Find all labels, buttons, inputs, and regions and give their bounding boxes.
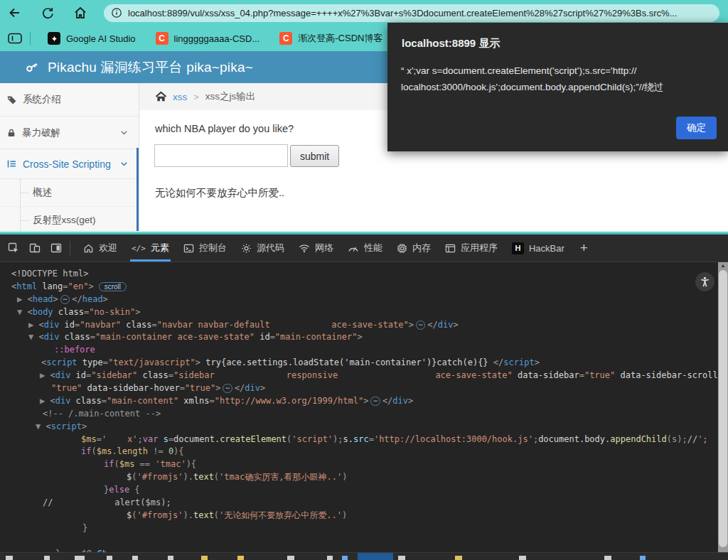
code-line[interactable]: <!DOCTYPE html>	[0, 268, 718, 281]
code-token: >	[196, 357, 200, 367]
code-line[interactable]	[0, 535, 718, 548]
expand-ellipsis-icon[interactable]: ⋯	[370, 397, 380, 406]
devtools-tab-应用程序[interactable]: 应用程序	[438, 235, 505, 262]
bookmark-item[interactable]: C渐次登高-CSDN博客	[269, 28, 392, 48]
breadcrumb-separator: >	[193, 92, 199, 102]
code-token: html	[16, 281, 37, 291]
code-token: >	[260, 383, 265, 393]
code-token: id	[70, 370, 86, 380]
memory-icon	[397, 243, 407, 254]
code-line[interactable]: ▶ <head>⋯</head>	[0, 294, 718, 306]
breadcrumb-home-icon[interactable]	[155, 91, 167, 103]
code-line[interactable]: $ms=' x';var s=document.createElement('s…	[0, 434, 718, 446]
code-token: ▼	[17, 307, 27, 317]
expand-ellipsis-icon[interactable]: ⋯	[60, 295, 70, 304]
code-token: <	[38, 332, 43, 342]
devtools-toolbar-icons	[3, 235, 67, 262]
devtools-scrollbar[interactable]: ▲	[718, 262, 728, 553]
url-text: localhost:8899/vul/xss/xss_04.php?messag…	[128, 8, 677, 18]
devtools-tab-源代码[interactable]: 源代码	[234, 235, 291, 262]
sidebar-panel-icon[interactable]	[4, 28, 26, 48]
inspect-button[interactable]	[3, 235, 24, 262]
code-line[interactable]: // alert($ms);	[0, 497, 718, 510]
csdn-icon: C	[279, 32, 292, 45]
code-token: document.	[173, 434, 220, 444]
sidebar-item-系统介绍[interactable]: 系统介绍	[0, 83, 139, 117]
code-line[interactable]: <!-- /.main-content -->	[0, 408, 718, 421]
code-token: >	[88, 281, 93, 291]
code-token: document.body.	[538, 434, 610, 444]
breadcrumb-link-xss[interactable]: xss	[173, 92, 187, 102]
expand-ellipsis-icon[interactable]: ⋯	[223, 384, 232, 393]
expand-ellipsis-icon[interactable]: ⋯	[416, 321, 425, 330]
code-line[interactable]: if($ms == 'tmac'){	[0, 458, 718, 471]
performance-icon	[348, 242, 359, 254]
devtools-tab-欢迎[interactable]: 欢迎	[76, 235, 124, 262]
new-tab-icon[interactable]: +	[572, 240, 596, 256]
devtools-tab-性能[interactable]: 性能	[341, 235, 390, 262]
site-info-icon[interactable]	[111, 7, 122, 18]
sidebar-item-暴力破解[interactable]: 暴力破解	[0, 117, 139, 149]
reload-icon[interactable]	[37, 2, 58, 23]
scrollbar-thumb[interactable]	[719, 270, 727, 547]
code-token: (s);	[667, 434, 687, 444]
code-line[interactable]: $('#fromjs').text('tmac确实厉害,看那小眼神..')	[0, 471, 718, 484]
code-token: ::before	[54, 345, 95, 355]
code-line[interactable]: ▶ <div id="navbar" class="navbar navbar-…	[0, 319, 718, 332]
code-token: </	[493, 357, 503, 367]
devtools-tab-内存[interactable]: 内存	[390, 235, 438, 262]
player-input[interactable]	[154, 144, 288, 167]
submit-button[interactable]: submit	[290, 145, 339, 167]
code-token: "text/javascript"	[108, 357, 196, 367]
sidebar-item-Cross-Site Scripting[interactable]: Cross-Site Scripting	[0, 149, 139, 179]
code-line[interactable]: <script type="text/javascript"> try{ace.…	[0, 357, 718, 370]
code-line[interactable]: <html lang="en">scroll	[0, 281, 718, 294]
code-token: head	[33, 294, 53, 304]
breadcrumb-selected-pill[interactable]	[358, 553, 393, 560]
device-toolbar-button[interactable]	[24, 235, 46, 262]
code-line[interactable]: ▼ <script>	[0, 421, 718, 434]
breadcrumb-mark	[75, 556, 85, 560]
devtools-tab-HackBar[interactable]: HHackBar	[505, 235, 572, 262]
code-token: =	[90, 332, 95, 342]
scrollbar-up-icon[interactable]: ▲	[718, 263, 728, 268]
code-token: }	[82, 523, 87, 533]
devtools-breadcrumb-bar[interactable]	[0, 552, 728, 560]
devtools-tab-网络[interactable]: 网络	[291, 235, 341, 262]
accessibility-icon[interactable]	[695, 272, 714, 291]
code-line[interactable]: ::before	[0, 344, 718, 357]
code-line[interactable]: $('#fromjs').text('无论如何不要放弃心中所爱..')	[0, 510, 718, 522]
dialog-ok-button[interactable]: 确定	[676, 117, 717, 139]
code-token: {	[129, 485, 139, 495]
code-token: .	[112, 446, 117, 456]
code-token: div	[245, 383, 260, 393]
code-token: )	[342, 472, 347, 482]
devtools-tab-元素[interactable]: </>元素	[124, 235, 176, 262]
bookmark-label: Google AI Studio	[66, 33, 136, 44]
breadcrumb-mark	[168, 556, 173, 560]
code-line[interactable]: if($ms.length != 0){	[0, 446, 718, 458]
code-line[interactable]: ▶ <div id="sidebar" class="sidebar respo…	[0, 370, 718, 382]
url-bar[interactable]: localhost:8899/vul/xss/xss_04.php?messag…	[104, 4, 719, 22]
code-token: "http://www.w3.org/1999/html"	[215, 396, 364, 406]
code-token: =	[103, 357, 108, 367]
code-line[interactable]: ▼ <body class="no-skin">	[0, 306, 718, 319]
breadcrumb-mark	[519, 556, 526, 560]
code-line[interactable]: ▼ <div class="main-container ace-save-st…	[0, 331, 718, 344]
devtools-tab-控制台[interactable]: 控制台	[176, 235, 234, 262]
hackbar-icon: H	[512, 242, 524, 254]
dock-side-button[interactable]	[46, 235, 67, 262]
breadcrumb-mark	[107, 556, 112, 560]
code-line[interactable]: "true" data-sidebar-hover="true">⋯</div>	[0, 382, 718, 395]
code-line[interactable]: ▶ <div class="main-content" xmlns="http:…	[0, 395, 718, 408]
back-icon[interactable]	[4, 2, 26, 23]
code-line[interactable]: }	[0, 522, 718, 535]
home-icon[interactable]	[70, 2, 91, 23]
code-token: ▼	[28, 332, 38, 342]
devtools-tab-label: 控制台	[199, 242, 227, 254]
code-line[interactable]: }else {	[0, 484, 718, 497]
bookmark-item[interactable]: Google AI Studio	[38, 28, 146, 48]
bookmark-item[interactable]: Clingggggaaaa-CSD...	[146, 28, 270, 48]
code-token: </	[427, 320, 437, 330]
sidebar-item-概述[interactable]: 概述	[0, 179, 139, 207]
